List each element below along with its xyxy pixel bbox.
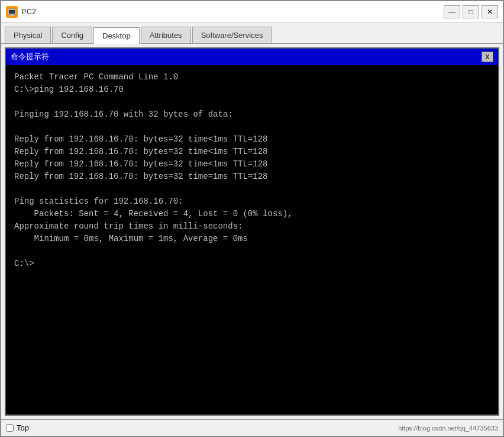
cmd-title-text: 命令提示符 [11, 52, 49, 62]
title-bar: PC2 — □ ✕ [1, 1, 503, 23]
cmd-window: 命令提示符 X Packet Tracer PC Command Line 1.… [5, 47, 499, 416]
cmd-title-bar: 命令提示符 X [6, 49, 498, 65]
window-controls: — □ ✕ [444, 5, 498, 18]
maximize-button[interactable]: □ [463, 5, 479, 18]
cmd-body[interactable]: Packet Tracer PC Command Line 1.0 C:\>pi… [6, 65, 498, 414]
svg-rect-2 [10, 15, 14, 16]
top-checkbox-container[interactable]: Top [6, 423, 29, 432]
window-title: PC2 [21, 7, 444, 16]
main-window: PC2 — □ ✕ Physical Config Desktop Attrib… [0, 0, 504, 437]
cmd-close-button[interactable]: X [482, 52, 493, 62]
tab-physical[interactable]: Physical [5, 27, 51, 43]
status-bar: Top https://blog.csdn.net/qq_44735633 [1, 419, 503, 436]
top-checkbox[interactable] [6, 424, 14, 432]
svg-rect-1 [9, 10, 15, 14]
close-button[interactable]: ✕ [482, 5, 498, 18]
tab-config[interactable]: Config [52, 27, 92, 43]
top-label: Top [17, 423, 29, 432]
tab-bar: Physical Config Desktop Attributes Softw… [1, 23, 503, 44]
tab-software-services[interactable]: Software/Services [192, 27, 272, 43]
tab-attributes[interactable]: Attributes [141, 27, 191, 43]
minimize-button[interactable]: — [444, 5, 460, 18]
cmd-output: Packet Tracer PC Command Line 1.0 C:\>pi… [14, 71, 490, 270]
status-url: https://blog.csdn.net/qq_44735633 [398, 425, 498, 432]
tab-desktop[interactable]: Desktop [93, 27, 140, 44]
main-content: 命令提示符 X Packet Tracer PC Command Line 1.… [1, 44, 503, 419]
app-icon [6, 6, 18, 18]
